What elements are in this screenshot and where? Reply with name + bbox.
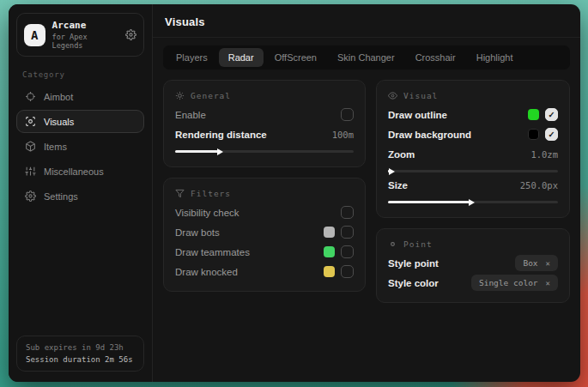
rendering-distance-slider[interactable] bbox=[175, 150, 354, 153]
draw-outline-checkbox[interactable] bbox=[545, 108, 558, 121]
gear-sun-icon bbox=[175, 91, 185, 100]
draw-knocked-checkbox[interactable] bbox=[341, 265, 354, 278]
chip-value: Single color bbox=[479, 278, 538, 287]
section-title: Point bbox=[403, 239, 433, 249]
sidebar-item-label: Items bbox=[44, 142, 67, 152]
funnel-icon bbox=[175, 189, 185, 198]
sidebar-item-label: Settings bbox=[44, 191, 78, 202]
remove-icon[interactable] bbox=[546, 279, 550, 287]
style-color-label: Style color bbox=[388, 278, 439, 288]
draw-knocked-label: Draw knocked bbox=[175, 267, 238, 277]
sidebar: A Arcane for Apex Legends Category bbox=[9, 4, 153, 382]
style-color-chip[interactable]: Single color bbox=[471, 275, 558, 291]
point-section-header: Point bbox=[388, 239, 558, 249]
general-card: General Enable Rendering distance 100m bbox=[163, 80, 366, 167]
visibility-check-checkbox[interactable] bbox=[341, 206, 354, 219]
sliders-icon bbox=[25, 166, 36, 177]
enable-checkbox[interactable] bbox=[341, 108, 354, 121]
content-area: General Enable Rendering distance 100m bbox=[153, 70, 580, 313]
settings-gear-icon[interactable] bbox=[125, 29, 136, 40]
draw-teammates-color-swatch[interactable] bbox=[324, 246, 335, 257]
slider-fill bbox=[175, 150, 218, 153]
draw-teammates-row: Draw teammates bbox=[175, 243, 354, 261]
left-column: General Enable Rendering distance 100m bbox=[163, 80, 366, 292]
eye-scan-icon bbox=[25, 116, 36, 127]
tab-highlight[interactable]: Highlight bbox=[467, 48, 523, 67]
sidebar-item-miscellaneous[interactable]: Miscellaneous bbox=[16, 160, 144, 183]
crosshair-icon bbox=[25, 91, 36, 102]
style-point-label: Style point bbox=[388, 258, 439, 269]
app-subtitle: for Apex Legends bbox=[52, 33, 118, 50]
draw-outline-label: Draw outline bbox=[388, 110, 447, 120]
visual-section-header: Visual bbox=[388, 91, 558, 100]
remove-icon[interactable] bbox=[546, 259, 550, 268]
draw-teammates-controls bbox=[324, 245, 354, 258]
dot-icon bbox=[388, 239, 397, 249]
draw-bots-controls bbox=[324, 226, 354, 239]
style-point-chip[interactable]: Box bbox=[515, 255, 558, 271]
draw-background-label: Draw background bbox=[388, 130, 471, 140]
gear-icon bbox=[25, 190, 36, 202]
draw-knocked-color-swatch[interactable] bbox=[324, 266, 335, 277]
size-slider[interactable] bbox=[388, 201, 558, 203]
draw-bots-row: Draw bots bbox=[175, 223, 354, 241]
enable-label: Enable bbox=[175, 110, 206, 120]
draw-background-checkbox[interactable] bbox=[545, 128, 558, 141]
draw-bots-checkbox[interactable] bbox=[341, 226, 354, 239]
draw-background-color-swatch[interactable] bbox=[528, 129, 539, 140]
general-section-header: General bbox=[175, 91, 354, 100]
size-row: Size 250.0px bbox=[388, 176, 558, 194]
draw-teammates-checkbox[interactable] bbox=[341, 245, 354, 258]
tab-crosshair[interactable]: Crosshair bbox=[406, 48, 465, 67]
sidebar-item-visuals[interactable]: Visuals bbox=[16, 110, 144, 133]
draw-bots-color-swatch[interactable] bbox=[324, 227, 335, 238]
tab-offscreen[interactable]: OffScreen bbox=[265, 48, 326, 67]
app-meta: Arcane for Apex Legends bbox=[52, 20, 118, 50]
tab-players[interactable]: Players bbox=[167, 48, 217, 67]
draw-outline-controls bbox=[528, 108, 558, 121]
app-window: A Arcane for Apex Legends Category bbox=[9, 4, 580, 382]
sidebar-item-items[interactable]: Items bbox=[16, 135, 144, 158]
section-title: Filters bbox=[191, 189, 231, 198]
tab-radar[interactable]: Radar bbox=[219, 48, 264, 67]
sidebar-item-aimbot[interactable]: Aimbot bbox=[16, 85, 144, 108]
draw-bots-label: Draw bots bbox=[175, 227, 220, 238]
subscription-info-box: Sub expires in 9d 23h Session duration 2… bbox=[16, 336, 144, 372]
draw-outline-row: Draw outline bbox=[388, 106, 558, 124]
sidebar-item-label: Visuals bbox=[44, 117, 74, 127]
draw-outline-color-swatch[interactable] bbox=[528, 109, 539, 120]
page-title: Visuals bbox=[165, 15, 568, 28]
sidebar-item-label: Aimbot bbox=[44, 92, 73, 102]
draw-knocked-controls bbox=[324, 265, 354, 278]
app-logo: A bbox=[24, 24, 45, 46]
session-duration-text: Session duration 2m 56s bbox=[26, 355, 135, 364]
slider-thumb-icon[interactable] bbox=[469, 199, 475, 206]
slider-thumb-icon[interactable] bbox=[217, 148, 223, 155]
draw-knocked-row: Draw knocked bbox=[175, 263, 354, 281]
size-label: Size bbox=[388, 180, 408, 190]
tab-bar: Players Radar OffScreen Skin Changer Cro… bbox=[163, 45, 570, 70]
app-title: Arcane bbox=[52, 20, 118, 31]
size-value: 250.0px bbox=[520, 180, 558, 190]
category-label: Category bbox=[22, 70, 138, 79]
main-panel: Visuals Players Radar OffScreen Skin Cha… bbox=[153, 4, 580, 382]
draw-teammates-label: Draw teammates bbox=[175, 247, 250, 257]
main-header: Visuals bbox=[153, 4, 580, 38]
section-title: Visual bbox=[403, 91, 438, 100]
chip-value: Box bbox=[523, 258, 537, 268]
sub-expiry-text: Sub expires in 9d 23h bbox=[26, 343, 135, 352]
sidebar-item-settings[interactable]: Settings bbox=[16, 184, 144, 208]
sidebar-item-label: Miscellaneous bbox=[44, 166, 104, 177]
rendering-distance-label: Rendering distance bbox=[175, 130, 267, 140]
tab-skin-changer[interactable]: Skin Changer bbox=[328, 48, 404, 67]
visual-card: Visual Draw outline Draw background bbox=[376, 80, 570, 218]
zoom-slider[interactable] bbox=[388, 170, 558, 172]
draw-background-row: Draw background bbox=[388, 125, 558, 143]
filters-card: Filters Visibility check Draw bots bbox=[163, 178, 366, 292]
slider-thumb-icon[interactable] bbox=[389, 168, 395, 175]
slider-fill bbox=[388, 170, 390, 172]
zoom-value: 1.0zm bbox=[530, 149, 558, 160]
point-card: Point Style point Box Style color Single… bbox=[376, 228, 570, 303]
enable-row: Enable bbox=[175, 106, 354, 124]
style-color-row: Style color Single color bbox=[388, 274, 558, 292]
